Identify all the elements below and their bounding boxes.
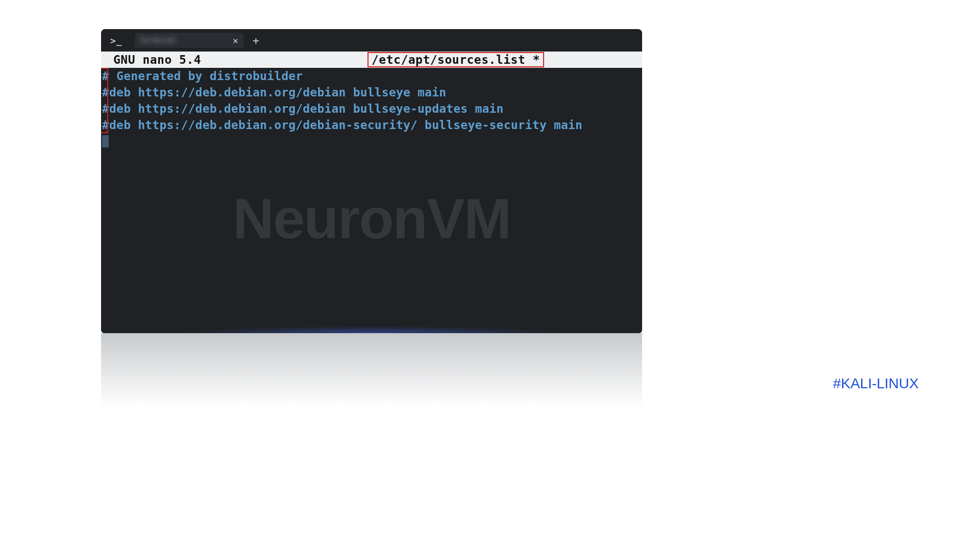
tab-label: terminal (140, 36, 177, 45)
editor-cursor-line (101, 133, 642, 149)
watermark-text: NeuronVM (233, 211, 510, 227)
terminal-icon: >_ (110, 35, 122, 46)
editor-line: #deb https://deb.debian.org/debian bulls… (101, 84, 642, 101)
text-cursor (102, 135, 109, 147)
close-icon[interactable]: × (233, 35, 238, 46)
nano-header-bar: GNU nano 5.4 /etc/apt/sources.list * (101, 52, 642, 68)
tab-active[interactable]: terminal × (135, 33, 243, 48)
editor-content: # Generated by distrobuilder #deb https:… (101, 68, 642, 149)
terminal-window: >_ terminal × + GNU nano 5.4 /etc/apt/so… (101, 29, 642, 333)
window-titlebar: >_ terminal × + (101, 29, 642, 52)
editor-line: # Generated by distrobuilder (101, 68, 642, 84)
nano-editor[interactable]: NeuronVM # Generated by distrobuilder #d… (101, 68, 642, 333)
reflection-gradient (101, 333, 642, 420)
editor-line: #deb https://deb.debian.org/debian bulls… (101, 101, 642, 117)
nano-file-path: /etc/apt/sources.list * (368, 52, 544, 67)
nano-app-title: GNU nano 5.4 (113, 53, 201, 66)
bottom-glow (101, 326, 642, 333)
new-tab-button[interactable]: + (253, 34, 259, 47)
editor-line: #deb https://deb.debian.org/debian-secur… (101, 117, 642, 133)
hashtag-label: #KALI-LINUX (833, 375, 919, 392)
